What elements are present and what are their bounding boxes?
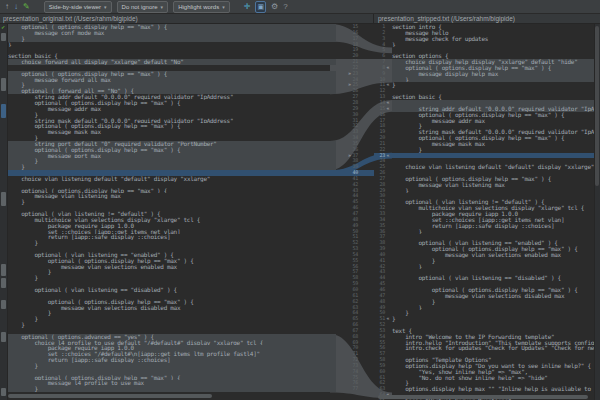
ignore-policy-dropdown[interactable]: Do not ignore ▾ bbox=[117, 1, 169, 13]
right-vertical-scrollbar-thumb[interactable] bbox=[595, 26, 599, 186]
code-line[interactable]: options.display_help_max "" "Inline help… bbox=[392, 386, 594, 392]
right-horizontal-scrollbar-thumb[interactable] bbox=[378, 395, 588, 399]
right-error-stripe[interactable] bbox=[594, 24, 600, 400]
code-line[interactable]: intro.check_for_updates "Check for Updat… bbox=[392, 345, 594, 351]
left-editor[interactable]: optional ( options.display_help == "max"… bbox=[8, 24, 336, 400]
left-error-stripe[interactable]: ✔ bbox=[0, 24, 8, 400]
file-headers: presentation_original.txt (/Users/rahm/b… bbox=[0, 14, 600, 24]
stripe-change-marker[interactable] bbox=[1, 33, 6, 41]
right-line-number-gutter[interactable]: 12345678«91011«121314«15«161718192021222… bbox=[374, 24, 392, 400]
chevron-down-icon: ▾ bbox=[104, 2, 107, 12]
stripe-change-marker[interactable] bbox=[1, 104, 6, 118]
apply-change-chevron-icon[interactable]: « bbox=[385, 65, 391, 71]
ignore-policy-label: Do not ignore bbox=[122, 2, 158, 12]
chevron-down-icon: ▾ bbox=[161, 2, 164, 12]
code-line[interactable]: choice vlan_listening default "default" … bbox=[392, 164, 594, 170]
left-line-number-gutter[interactable]: 1516171819202122»2324»252627282930313233… bbox=[336, 24, 374, 400]
left-horizontal-scrollbar-thumb[interactable] bbox=[8, 394, 212, 398]
right-editor[interactable]: section intro { message hello message ch… bbox=[392, 24, 594, 400]
diff-viewer-window: ↑ ↓ ✎ Side-by-side viewer ▾ Do not ignor… bbox=[0, 0, 600, 400]
stripe-change-marker[interactable] bbox=[1, 264, 6, 276]
apply-change-chevron-icon[interactable]: « bbox=[385, 316, 391, 322]
highlight-policy-dropdown[interactable]: Highlight words ▾ bbox=[173, 1, 230, 13]
stripe-change-marker[interactable] bbox=[1, 332, 6, 342]
stripe-change-marker[interactable] bbox=[1, 192, 6, 206]
right-file-header: presentation_stripped.txt (/Users/rahm/b… bbox=[374, 14, 600, 24]
apply-change-chevron-icon[interactable]: « bbox=[385, 153, 391, 159]
synchronize-scrolling-icon[interactable]: ▣ bbox=[255, 1, 266, 13]
next-difference-icon[interactable]: ↓ bbox=[14, 0, 18, 13]
stripe-change-marker[interactable] bbox=[1, 300, 6, 309]
code-line[interactable]: } bbox=[8, 386, 336, 392]
edit-source-icon[interactable]: ✎ bbox=[23, 0, 30, 13]
chevron-down-icon: ▾ bbox=[222, 2, 225, 12]
collapse-unchanged-icon[interactable]: ✛ bbox=[244, 0, 251, 13]
apply-change-chevron-icon[interactable]: « bbox=[385, 106, 391, 112]
editor-settings-gear-icon[interactable]: ⚙ bbox=[271, 0, 278, 13]
stripe-change-marker[interactable] bbox=[1, 78, 6, 91]
diff-body: ✔ optional ( options.display_help == "ma… bbox=[0, 24, 600, 400]
apply-change-chevron-icon[interactable]: « bbox=[385, 82, 391, 88]
previous-difference-icon[interactable]: ↑ bbox=[5, 0, 9, 13]
diff-toolbar: ↑ ↓ ✎ Side-by-side viewer ▾ Do not ignor… bbox=[0, 0, 600, 14]
stripe-change-marker[interactable] bbox=[1, 388, 6, 396]
stripe-change-marker[interactable] bbox=[1, 278, 6, 288]
help-icon[interactable]: ? bbox=[283, 0, 287, 13]
line-number-row: 77 bbox=[336, 386, 374, 392]
highlight-policy-label: Highlight words bbox=[178, 2, 219, 12]
line-number: 77 bbox=[352, 386, 358, 392]
viewer-type-dropdown[interactable]: Side-by-side viewer ▾ bbox=[44, 1, 112, 13]
inspection-status-icon: ✔ bbox=[1, 24, 5, 30]
left-file-header: presentation_original.txt (/Users/rahm/b… bbox=[0, 14, 374, 24]
viewer-type-label: Side-by-side viewer bbox=[49, 2, 101, 12]
